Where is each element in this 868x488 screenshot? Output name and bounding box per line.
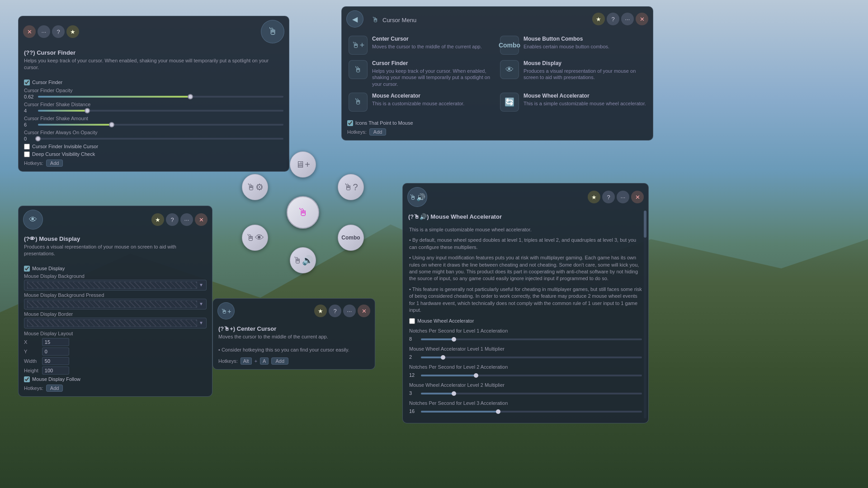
mouse-wheel-mult-l1-track[interactable]: [421, 357, 642, 358]
cursor-finder-opacity-track[interactable]: [38, 96, 283, 98]
cursor-finder-checkbox[interactable]: [24, 80, 30, 85]
mouse-display-border-select[interactable]: ▼: [24, 318, 207, 328]
cursor-finder-menu-button[interactable]: ···: [38, 25, 50, 38]
cursor-menu-add-button[interactable]: Add: [369, 128, 387, 136]
center-cursor-plus: +: [255, 358, 257, 364]
mouse-display-add-button[interactable]: Add: [46, 385, 63, 392]
cursor-menu-item-cursor-finder[interactable]: 🖱 Cursor Finder Helps you keep track of …: [349, 60, 495, 87]
mouse-display-bg-pressed-arrow: ▼: [199, 301, 203, 306]
cursor-menu-grid: 🖱+ Center Cursor Moves the cursor to the…: [342, 31, 653, 118]
center-cursor-header-right: ★ ? ··· ✕: [314, 305, 370, 317]
cursor-menu-item-center-cursor[interactable]: 🖱+ Center Cursor Moves the cursor to the…: [349, 36, 495, 55]
radial-item-top[interactable]: 🖥+: [290, 151, 316, 178]
mouse-display-checkbox[interactable]: [24, 266, 30, 272]
mouse-wheel-notches-l1-label: Notches Per Second for Level 1 Accelerat…: [409, 327, 642, 335]
mouse-display-y-label: Y: [24, 349, 38, 354]
cursor-menu-star-button[interactable]: ★: [592, 13, 605, 25]
mouse-wheel-checkbox[interactable]: [409, 318, 415, 324]
mouse-wheel-notches-l3-thumb[interactable]: [496, 409, 500, 414]
mouse-display-x-input[interactable]: [42, 338, 69, 346]
cursor-finder-invisible-checkbox[interactable]: [24, 144, 30, 150]
mouse-wheel-close-button[interactable]: ✕: [631, 191, 644, 203]
cursor-finder-opacity-thumb[interactable]: [188, 94, 193, 99]
cursor-finder-shake-dist-track[interactable]: [38, 110, 283, 112]
mouse-wheel-scrollbar-thumb[interactable]: [644, 211, 646, 238]
mouse-wheel-notches-l1-track[interactable]: [421, 338, 642, 340]
center-cursor-icon: 🖱+: [349, 36, 368, 55]
radial-item-bottom-left[interactable]: 🖱👁: [242, 225, 268, 251]
center-cursor-menu-button[interactable]: ···: [343, 305, 356, 317]
mouse-display-star-button[interactable]: ★: [151, 213, 164, 226]
radial-item-bottom[interactable]: 🖱🔊: [290, 247, 316, 273]
cursor-menu-item-wheel-accel[interactable]: 🔄 Mouse Wheel Accelerator This is a simp…: [500, 93, 646, 112]
mouse-display-panel: 👁 ★ ? ··· ✕ (?👁) Mouse Display Produces …: [18, 206, 212, 397]
cursor-menu-menu-button[interactable]: ···: [621, 13, 634, 25]
mouse-wheel-mult-l1-slider-row: 2: [409, 353, 642, 361]
mouse-display-help-button[interactable]: ?: [166, 213, 179, 226]
cursor-menu-item-mouse-display[interactable]: 👁 Mouse Display Produces a visual repres…: [500, 60, 646, 87]
mouse-wheel-mult-l2-thumb[interactable]: [452, 391, 456, 396]
radial-item-bottom-right[interactable]: Combo: [338, 225, 364, 251]
center-cursor-star-button[interactable]: ★: [314, 305, 327, 317]
mouse-display-bg-select[interactable]: ▼: [24, 280, 207, 291]
cursor-menu-back-icon[interactable]: ◀: [346, 10, 363, 28]
cursor-menu-item-combos[interactable]: Combo Mouse Button Combos Enables certai…: [500, 36, 646, 55]
mouse-wheel-mult-l2-row: Mouse Wheel Accelerator Level 2 Multipli…: [409, 381, 642, 397]
mouse-display-menu-button[interactable]: ···: [180, 213, 193, 226]
cursor-finder-star-button[interactable]: ★: [66, 25, 79, 38]
mouse-wheel-notches-l3-track[interactable]: [421, 411, 642, 413]
mouse-wheel-notches-l2-slider-row: 12: [409, 371, 642, 379]
center-cursor-key1: Alt: [241, 357, 252, 365]
mouse-wheel-notches-l2-track[interactable]: [421, 375, 642, 376]
mouse-wheel-notches-l1-thumb[interactable]: [452, 337, 456, 342]
cursor-finder-always-on-thumb[interactable]: [35, 136, 41, 141]
cursor-menu-close-button[interactable]: ✕: [636, 13, 648, 25]
cursor-finder-shake-amount-section: Cursor Finder Shake Amount 6: [24, 116, 283, 127]
mouse-display-follow-checkbox[interactable]: [24, 376, 30, 382]
mouse-wheel-body: This is a simple customizable mouse whee…: [403, 223, 648, 423]
mouse-wheel-notches-l2-thumb[interactable]: [474, 373, 478, 378]
mouse-display-menu-desc: Produces a visual representation of your…: [524, 68, 646, 81]
mouse-display-width-label: Width: [24, 358, 38, 364]
mouse-display-close-button[interactable]: ✕: [195, 213, 208, 226]
mouse-display-bg-pressed-select[interactable]: ▼: [24, 299, 207, 310]
mouse-wheel-help-button[interactable]: ?: [602, 191, 615, 203]
cursor-finder-shake-amount-thumb[interactable]: [109, 122, 114, 127]
cursor-menu-help-button[interactable]: ?: [607, 13, 619, 25]
mouse-display-follow-label: Mouse Display Follow: [32, 376, 80, 382]
radial-center-button[interactable]: 🖱: [287, 196, 319, 229]
mouse-display-height-input[interactable]: [42, 366, 69, 375]
cursor-finder-always-on-value: 0: [24, 136, 35, 141]
center-cursor-help-button[interactable]: ?: [329, 305, 341, 317]
mouse-display-hotkeys-label: Hotkeys:: [24, 385, 43, 391]
mouse-display-header-icon: 👁: [23, 210, 43, 230]
radial-item-top-right[interactable]: 🖱?: [338, 174, 364, 200]
cursor-menu-mouse-icon: 🖱: [372, 16, 379, 24]
mouse-wheel-menu-button[interactable]: ···: [617, 191, 629, 203]
mouse-wheel-mult-l1-thumb[interactable]: [441, 355, 445, 360]
cursor-finder-shake-dist-thumb[interactable]: [85, 108, 90, 113]
cursor-finder-deep-checkbox[interactable]: [24, 151, 30, 157]
mouse-wheel-scrollbar[interactable]: [644, 211, 646, 418]
cursor-finder-close-button[interactable]: ✕: [23, 25, 36, 38]
mouse-display-y-input[interactable]: [42, 347, 69, 356]
cursor-finder-add-button[interactable]: Add: [46, 160, 63, 167]
cursor-menu-icons-checkbox[interactable]: [347, 120, 353, 126]
cursor-finder-icon: 🖱: [349, 60, 368, 79]
mouse-wheel-star-button[interactable]: ★: [588, 191, 600, 203]
cursor-finder-always-on-track[interactable]: [38, 138, 283, 140]
mouse-wheel-mult-l2-track[interactable]: [421, 393, 642, 394]
center-cursor-desc: Moves the cursor to the middle of the cu…: [372, 43, 482, 50]
cursor-finder-help-button[interactable]: ?: [52, 25, 65, 38]
mouse-wheel-notches-l3-row: Notches Per Second for Level 3 Accelerat…: [409, 399, 642, 415]
cursor-menu-item-mouse-accel[interactable]: 🖱 Mouse Accelerator This is a customizab…: [349, 93, 495, 112]
combos-desc: Enables certain mouse button combos.: [524, 43, 609, 50]
center-cursor-close-button[interactable]: ✕: [358, 305, 370, 317]
cursor-finder-shake-amount-track[interactable]: [38, 124, 283, 126]
mouse-wheel-checkbox-row: Mouse Wheel Accelerator: [409, 317, 642, 325]
mouse-wheel-notches-l2-row: Notches Per Second for Level 2 Accelerat…: [409, 363, 642, 379]
center-cursor-add-button[interactable]: Add: [271, 357, 288, 365]
radial-item-top-left[interactable]: 🖱⚙: [242, 174, 268, 200]
cursor-finder-checkbox-label: Cursor Finder: [32, 80, 62, 85]
mouse-display-width-input[interactable]: [42, 357, 69, 365]
